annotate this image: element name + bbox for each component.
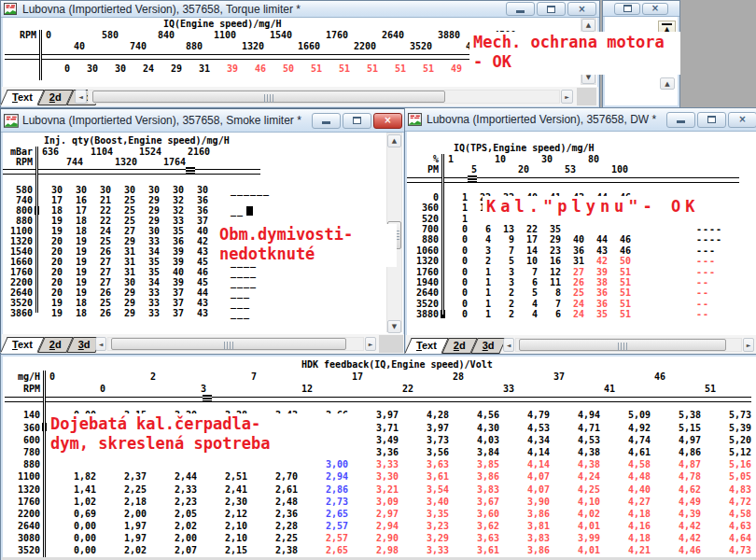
map-cell[interactable]: 51 [608,277,631,287]
map-cell[interactable]: 51 [406,63,434,75]
map-cell[interactable]: 24 [87,226,111,236]
map-cell[interactable]: 3,86 [449,470,499,483]
map-cell[interactable]: 4,14 [499,446,550,458]
map-cell[interactable]: 18 [63,216,87,226]
map-cell[interactable]: 45 [184,277,208,287]
map-cell[interactable]: 33 [135,298,160,308]
map-cell[interactable]: 42 [584,256,608,266]
map-cell[interactable]: 19 [63,287,87,298]
map-cell[interactable]: 24 [561,299,584,309]
map-cell[interactable]: 29 [111,236,135,246]
map-cell[interactable]: 2,70 [247,470,298,483]
map-cell[interactable]: 4,86 [651,446,701,458]
map-cell[interactable]: 4,03 [449,434,499,446]
map-cell[interactable]: 35 [584,309,608,319]
map-cell[interactable]: 2,38 [247,544,298,556]
table-row[interactable]: 176020192731354046____ [3,267,383,277]
map-cell[interactable]: 20 [38,246,63,257]
close-button[interactable]: × [373,113,402,129]
map-cell[interactable]: 19 [38,226,63,236]
map-cell[interactable]: 43 [184,298,208,308]
map-cell[interactable]: 5,09 [600,409,651,421]
map-cell[interactable]: 3 [468,245,491,256]
map-cell[interactable]: 3,49 [348,434,399,446]
map-cell[interactable]: 4,79 [499,409,550,421]
map-cell[interactable]: 3,36 [348,446,399,458]
scrollbar-thumb[interactable] [519,339,726,351]
scroll-up-button[interactable]: ▲ [387,134,401,147]
map-cell[interactable]: 42 [184,236,208,246]
map-cell[interactable]: 27 [111,226,135,236]
map-cell[interactable]: 2,51 [197,470,247,483]
table-row[interactable]: 352001247243651-- [407,299,756,309]
map-cell[interactable]: 4,16 [600,520,651,532]
map-cell[interactable]: 3,84 [449,446,499,458]
map-cell[interactable]: 1,97 [96,520,147,532]
map-cell[interactable]: 4,72 [701,496,751,508]
map-cell[interactable]: 5,39 [701,422,751,434]
map-cell[interactable]: 4,53 [550,434,600,446]
map-cell[interactable]: 27 [561,267,584,277]
scrollbar-thumb[interactable] [111,338,346,350]
map-cell[interactable]: 44 [584,234,608,245]
scroll-down-button[interactable]: ▼ [387,320,401,333]
titlebar-smoke[interactable]: Lubovna (Importierted Version), 357658, … [1,109,405,133]
map-cell[interactable]: 25 [111,205,135,216]
map-cell[interactable]: 3,85 [449,458,499,470]
map-cell[interactable]: 18 [63,308,87,318]
map-cell[interactable]: 2,57 [298,520,348,532]
map-cell[interactable]: 4,97 [651,434,701,446]
map-cell[interactable]: 36 [184,205,208,216]
map-cell[interactable]: 30 [184,185,208,195]
table-row[interactable]: 11001,822,372,442,512,702,943,303,613,86… [5,470,756,483]
map-cell[interactable]: 4,14 [499,458,550,470]
map-cell[interactable]: 19 [63,246,87,257]
tab-2d[interactable]: 2d [445,338,474,354]
map-cell[interactable]: 37 [184,216,208,226]
map-cell[interactable]: 3,99 [550,532,600,544]
map-cell[interactable]: 0 [444,299,468,309]
map-cell[interactable]: 18 [38,205,63,216]
map-cell[interactable]: 1 [444,203,468,213]
map-cell[interactable]: 4,07 [499,483,550,496]
map-cell[interactable]: 33 [135,308,160,318]
map-cell[interactable]: 4,53 [499,422,550,434]
map-cell[interactable]: 30 [135,185,160,195]
map-cell[interactable]: 4,24 [550,470,600,483]
map-cell[interactable]: 3,81 [499,520,550,532]
map-cell[interactable]: 19 [38,308,63,318]
map-cell[interactable]: 17 [63,205,87,216]
dw-map-table[interactable]: IQ(TPS,Engine speed)/mg/H%1103080PM52053… [407,143,756,333]
map-cell[interactable]: 19 [63,267,87,277]
map-cell[interactable]: 4,40 [600,483,651,496]
map-cell[interactable]: 3,29 [399,532,449,544]
map-cell[interactable]: 19 [63,257,87,267]
map-cell[interactable]: 19 [38,298,63,308]
map-cell[interactable]: 1 [468,267,491,277]
tab-text[interactable]: Text [4,337,41,353]
map-cell[interactable]: 29 [135,195,160,205]
map-cell[interactable]: 4,58 [600,458,651,470]
map-cell[interactable]: 36 [184,195,208,205]
restore-button[interactable] [614,3,640,15]
map-cell[interactable]: 0 [444,234,468,245]
table-row[interactable]: 8800491729404446---- [407,234,756,245]
tab-text[interactable]: Text [408,338,445,354]
map-cell[interactable]: 5 [514,287,538,298]
map-cell[interactable]: 4,78 [651,470,701,483]
map-cell[interactable]: 3,09 [348,496,399,508]
map-cell[interactable]: 35 [160,226,184,236]
map-cell[interactable]: 1 [468,287,491,298]
map-cell[interactable]: 5,20 [701,434,751,446]
map-cell[interactable]: 5,16 [701,458,751,470]
titlebar-torque[interactable]: Lubovna (Importierted Version), 357658, … [1,1,599,18]
map-cell[interactable]: 25 [87,298,111,308]
map-cell[interactable]: 19 [63,236,87,246]
map-cell[interactable]: 3,35 [399,508,449,520]
map-cell[interactable]: 10 [514,256,538,266]
map-cell[interactable]: 1 [468,299,491,309]
map-cell[interactable]: 2,65 [298,544,348,556]
map-cell[interactable]: 4,71 [550,422,600,434]
map-cell[interactable]: 4,46 [651,544,701,556]
map-cell[interactable]: 6 [468,224,491,234]
